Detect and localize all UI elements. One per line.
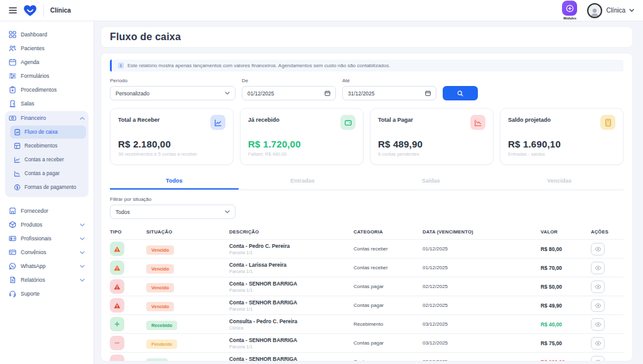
cashflow-icon	[14, 129, 21, 136]
view-row-button[interactable]	[591, 243, 605, 255]
overdue-income-icon	[110, 260, 124, 275]
search-button[interactable]	[443, 86, 478, 100]
account-menu[interactable]: Clínica	[587, 3, 634, 18]
view-row-button[interactable]	[591, 262, 605, 274]
sidebar-item-salas[interactable]: Salas	[5, 97, 89, 110]
view-row-button[interactable]	[591, 299, 605, 312]
eye-icon	[595, 303, 602, 308]
sidebar-item-contas-a-receber[interactable]: Contas a receber	[10, 153, 86, 166]
card-subtitle: 36 recebimentos e 5 contas a receber	[118, 151, 225, 157]
tab-vencidas[interactable]: Vencidas	[495, 174, 624, 190]
sidebar-item-convenios[interactable]: Convênios	[5, 245, 89, 259]
status-badge: Vencido	[146, 283, 174, 292]
table-row: Pago Conta - SENHOR BARRIGAParcela 1/1 C…	[110, 352, 624, 361]
sidebar-item-formularios[interactable]: Formulários	[5, 69, 89, 83]
chevron-down-icon	[80, 279, 85, 282]
sidebar-item-profissionais[interactable]: Profissionais	[5, 232, 89, 245]
id-card-icon	[9, 235, 16, 242]
modules-button[interactable]: Módulos	[562, 1, 577, 20]
status-badge: Pago	[146, 358, 168, 361]
sidebar-item-recebimentos[interactable]: Recebimentos	[10, 139, 86, 153]
sidebar-item-procedimentos[interactable]: Procedimentos	[5, 83, 89, 97]
menu-icon[interactable]	[9, 7, 17, 14]
eye-icon	[595, 284, 602, 289]
period-select[interactable]: Personalizado	[110, 86, 235, 100]
table-row: Vencido Conta - SENHOR BARRIGAParcela 1/…	[110, 277, 624, 296]
income-plus-icon	[110, 317, 124, 331]
card-subtitle: 6 contas pendentes	[378, 151, 485, 157]
sidebar-item-whatsapp[interactable]: WhatsApp	[5, 259, 89, 273]
chevron-down-icon	[80, 265, 85, 268]
card-value: R$ 2.180,00	[118, 139, 225, 149]
eye-icon	[595, 341, 602, 346]
brand-name: Clínica	[50, 7, 71, 14]
view-row-button[interactable]	[591, 356, 605, 362]
card-saldo-projetado: Saldo projetado R$ 1.690,10 Entradas - s…	[500, 108, 624, 165]
overdue-expense-icon	[110, 279, 124, 294]
sidebar-item-fornecedor[interactable]: Fornecedor	[5, 204, 89, 218]
payment-icon	[14, 184, 21, 191]
overdue-income-icon	[110, 242, 124, 256]
sidebar-item-agenda[interactable]: Agenda	[5, 55, 89, 69]
sidebar-item-suporte[interactable]: Suporte	[5, 287, 89, 301]
clipboard-icon	[9, 86, 16, 94]
view-row-button[interactable]	[591, 318, 605, 331]
date-to-label: Até	[342, 78, 436, 83]
tab-todos[interactable]: Todos	[110, 174, 239, 190]
card-total-a-pagar: Total a Pagar R$ 489,90 6 contas pendent…	[370, 108, 494, 165]
store-icon	[9, 207, 16, 215]
calendar-icon	[425, 90, 431, 96]
card-value: R$ 1.690,10	[508, 139, 615, 149]
receipts-icon	[14, 142, 21, 149]
plus-circle-icon	[562, 1, 577, 16]
date-to-input[interactable]: 31/12/2025	[342, 86, 436, 100]
status-badge: Vencido	[146, 264, 174, 274]
sidebar-item-financeiro[interactable]: Financeiro	[5, 111, 89, 125]
card-value: R$ 489,90	[378, 139, 485, 149]
wallet-icon	[340, 115, 355, 130]
info-banner-text: Este relatório mostra apenas lançamentos…	[127, 63, 390, 68]
search-icon	[457, 90, 463, 97]
door-icon	[9, 100, 16, 107]
sidebar-item-produtos[interactable]: Produtos	[5, 218, 89, 232]
chart-line-up-icon	[210, 115, 225, 130]
sidebar-item-relatorios[interactable]: Relatórios	[5, 273, 89, 287]
chevron-down-icon	[80, 237, 85, 240]
cashflow-panel: i Este relatório mostra apenas lançament…	[100, 53, 633, 361]
clinic-heart-logo	[23, 4, 37, 17]
table-row: Vencido Conta - SENHOR BARRIGAParcela 1/…	[110, 296, 624, 314]
date-from-input[interactable]: 01/12/2025	[242, 86, 336, 100]
sidebar-item-formas-de-pagamento[interactable]: Formas de pagamento	[10, 181, 86, 194]
tab-entradas[interactable]: Entradas	[239, 174, 367, 190]
card-ja-recebido: Já recebido R$ 1.720,00 Faltam: R$ 460,0…	[240, 108, 364, 165]
chevron-up-icon	[80, 117, 85, 120]
eye-icon	[595, 360, 602, 362]
table-row: Pendente Conta - SENHOR BARRIGAParcela 1…	[110, 333, 624, 352]
view-row-button[interactable]	[591, 281, 605, 293]
sidebar-item-pacientes[interactable]: Pacientes	[5, 41, 89, 55]
card-value: R$ 1.720,00	[248, 139, 355, 149]
sidebar-item-contas-a-pagar[interactable]: Contas a pagar	[10, 167, 86, 180]
overdue-expense-icon	[110, 298, 124, 313]
chevron-down-icon	[629, 9, 634, 12]
chevron-down-icon	[80, 251, 85, 254]
chevron-down-icon	[80, 223, 85, 227]
page-title: Fluxo de caixa	[110, 31, 624, 43]
sidebar-item-dashboard[interactable]: Dashboard	[5, 28, 89, 41]
situation-select[interactable]: Todos	[110, 205, 235, 219]
situation-label: Filtrar por situação	[110, 196, 624, 202]
card-total-a-receber: Total a Receber R$ 2.180,00 36 recebimen…	[110, 108, 234, 165]
view-row-button[interactable]	[591, 337, 605, 350]
card-subtitle: Entradas - saídas	[508, 151, 615, 157]
chart-line-down-icon	[470, 115, 485, 130]
table-header: TIPO SITUAÇÃO DESCRIÇÃO CATEGORIA DATA (…	[110, 224, 624, 239]
status-badge: Vencido	[146, 302, 174, 311]
chevron-down-icon	[225, 92, 230, 95]
table-row: Recebido Consulta - Pedro C. PereiraClín…	[110, 314, 624, 333]
main-content: Fluxo de caixa i Este relatório mostra a…	[94, 21, 643, 364]
transactions-table: TIPO SITUAÇÃO DESCRIÇÃO CATEGORIA DATA (…	[110, 224, 624, 361]
tab-saidas[interactable]: Saídas	[367, 174, 495, 190]
calendar-icon	[9, 58, 16, 66]
sidebar-item-fluxo-de-caixa[interactable]: Fluxo de caixa	[10, 126, 86, 139]
patients-icon	[9, 45, 16, 52]
